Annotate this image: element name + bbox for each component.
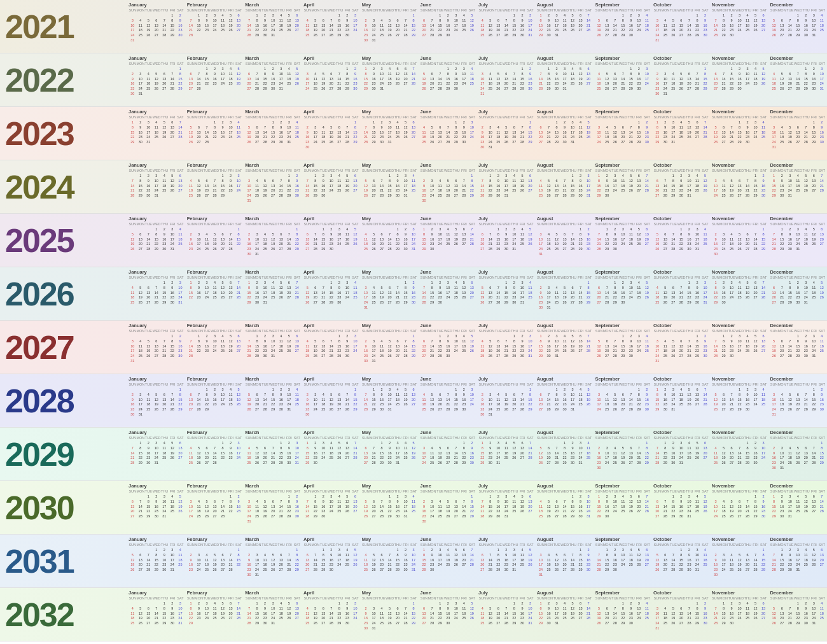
day-cell: 18 [277,612,285,617]
day-cell: 18 [619,184,627,189]
day-empty: 0 [362,494,370,500]
day-empty: 0 [436,388,444,393]
day-cell: 25 [335,188,344,193]
day-header: MON [253,115,261,120]
day-cell: 12 [526,232,534,237]
day-header: FRI [227,276,235,280]
day-cell: 2 [494,494,503,500]
day-cell: 3 [802,281,810,286]
day-cell: 2 [226,441,235,446]
day-header: THU [219,222,226,227]
day-headers: SUNMONTUEWEDTHUFRISAT [420,8,476,13]
day-cell: 11 [195,505,203,510]
month-name: February [187,430,243,435]
day-cell: 18 [569,77,577,82]
day-empty: 0 [378,227,386,232]
day-cell: 8 [335,606,344,612]
day-cell: 21 [245,28,253,33]
day-cell: 15 [137,184,145,189]
day-cell: 18 [293,130,301,136]
day-cell: 25 [362,568,370,573]
day-cell: 3 [751,388,760,393]
day-cell: 31 [685,514,693,519]
day-cell: 31 [526,33,534,38]
day-cell: 20 [760,24,768,29]
day-header: FRI [402,62,410,66]
day-cell: 7 [428,606,436,612]
day-header: FRI [577,169,585,173]
day-cell: 10 [245,505,253,510]
month-block: MarchSUNMONTUEWEDTHUFRISAT00001234567891… [244,429,302,479]
day-cell: 18 [335,505,344,510]
day-header: SAT [643,62,651,66]
day-cell: 4 [219,334,227,339]
day-cell: 18 [611,456,619,461]
day-cell: 17 [351,612,359,617]
day-cell: 24 [818,81,826,87]
day-cell: 24 [428,514,436,519]
day-headers: SUNMONTUEWEDTHUFRISAT [245,436,301,440]
day-empty: 0 [436,494,444,500]
day-cell: 4 [420,125,428,130]
day-header: WED [794,222,802,227]
day-cell: 8 [319,232,328,237]
day-cell: 30 [678,193,686,199]
day-cell: 16 [643,398,651,403]
day-cell: 23 [802,616,810,621]
day-header: WED [386,276,394,280]
day-cell: 17 [778,456,786,461]
day-cell: 27 [794,407,802,412]
day-header: SAT [701,382,709,387]
day-cell: 18 [693,184,702,189]
day-cell: 18 [410,184,418,189]
day-header: FRI [227,596,235,601]
day-header: MON [136,382,144,387]
day-headers: SUNMONTUEWEDTHUFRISAT [478,169,534,173]
day-cell: 28 [678,300,686,305]
day-header: WED [560,382,569,387]
day-cell: 4 [203,553,211,558]
day-cell: 10 [653,24,662,29]
day-header: WED [735,329,744,333]
day-cell: 30 [735,87,744,92]
day-header: THU [335,543,343,547]
day-cell: 2 [444,13,452,18]
day-cell: 19 [786,402,794,407]
day-cell: 8 [420,553,428,558]
day-cell: 9 [701,339,709,344]
day-cell: 8 [693,606,702,612]
day-cell: 9 [293,500,301,505]
day-cell: 13 [576,339,585,344]
day-header: SAT [818,276,826,280]
day-cell: 5 [226,334,235,339]
day-header: FRI [169,436,176,440]
day-cell: 5 [794,446,802,451]
day-cell: 9 [494,500,503,505]
day-headers: SUNMONTUEWEDTHUFRISAT [129,222,184,227]
days-grid: 0001234567891011121314151617181920212223… [420,67,476,91]
day-empty: 0 [778,281,786,286]
day-cell: 18 [245,456,253,461]
day-cell: 9 [712,237,720,242]
days-grid: 0012345678910111213141516171819202122232… [362,441,418,465]
day-cell: 11 [643,339,651,344]
month-block: JulySUNMONTUEWEDTHUFRISAT000123456789101… [477,269,536,319]
day-cell: 19 [678,81,686,87]
day-header: MON [486,543,494,547]
day-cell: 24 [303,87,312,92]
day-cell: 18 [818,344,826,349]
day-header: MON [253,489,261,494]
day-cell: 19 [245,135,253,140]
day-cell: 11 [394,393,402,398]
day-headers: SUNMONTUEWEDTHUFRISAT [537,115,593,120]
day-header: SUN [770,543,777,547]
day-header: WED [735,62,744,66]
day-header: WED [444,169,452,173]
day-cell: 1 [436,334,444,339]
day-cell: 17 [468,398,476,403]
day-cell: 19 [428,135,436,140]
day-header: MON [195,8,203,13]
day-cell: 17 [619,558,627,563]
day-header: WED [619,169,627,173]
day-cell: 11 [744,18,752,24]
